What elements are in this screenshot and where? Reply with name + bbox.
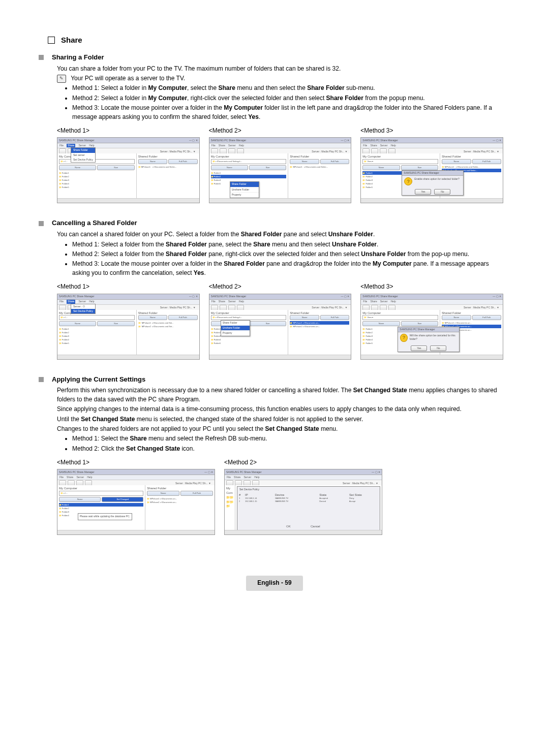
sharing-note: Your PC will operate as a server to the … [71, 75, 185, 82]
applying-method1: <Method 1> SAMSUNG PC Share Manager— ▢ ✕… [57, 458, 215, 535]
cancelling-methods-row: <Method 1> SAMSUNG PC Share Manager— ▢ ✕… [57, 282, 503, 359]
warning-icon: ? [404, 177, 412, 185]
sharing-method3: <Method 3> SAMSUNG PC Share Manager— ▢ ✕… [360, 127, 503, 203]
cancelling-bullets: Method 1: Select a folder from the Share… [57, 240, 503, 278]
accept-button[interactable]: Accept [349, 500, 378, 503]
sharing-title: Sharing a Folder [52, 53, 104, 62]
applying-method2: <Method 2> SAMSUNG PC Share Manager— ▢ ✕… [224, 458, 382, 535]
cancelling-method3: <Method 3> SAMSUNG PC Share Manager— ▢ ✕… [360, 282, 503, 359]
square-bullet-icon [39, 377, 44, 382]
no-button[interactable]: No [434, 189, 450, 195]
sharing-bullet-1: Method 1: Select a folder in My Computer… [72, 84, 503, 92]
method3-label: <Method 3> [360, 282, 503, 291]
sharing-method2: <Method 2> SAMSUNG PC Share Manager— ▢ ✕… [209, 127, 352, 203]
footer-text: English - 59 [246, 576, 302, 590]
subheading-cancelling: Cancelling a Shared Folder [48, 218, 503, 228]
screenshot-share-m2: SAMSUNG PC Share Manager— ▢ ✕ FileShareS… [209, 137, 352, 203]
applying-title: Applying the Current Settings [52, 375, 145, 385]
applying-p3: Until the Set Changed State menu is sele… [57, 415, 503, 424]
cancelling-title: Cancelling a Shared Folder [52, 218, 137, 228]
screenshot-apply-m2: SAMSUNG PC Share Manager— ▢ ✕ FileShareS… [224, 469, 382, 535]
applying-p2: Since applying changes to the internal d… [57, 405, 503, 414]
applying-bullet-1: Method 1: Select the Share menu and sele… [72, 434, 503, 443]
applying-p4: Changes to the shared folders are not ap… [57, 425, 503, 433]
square-bullet-icon [39, 55, 44, 60]
cancelling-bullet-3: Method 3: Locate the mouse pointer over … [72, 260, 503, 277]
screenshot-apply-m1: SAMSUNG PC Share Manager— ▢ ✕ FileShareS… [57, 469, 215, 535]
sharing-bullet-3: Method 3: Locate the mouse pointer over … [72, 104, 503, 121]
applying-subsection: Perform this when synchronization is nec… [57, 386, 503, 535]
ok-button[interactable]: OK [286, 524, 307, 529]
section-heading: Share [48, 35, 503, 46]
note-icon: ✎ [57, 75, 66, 83]
applying-methods-row: <Method 1> SAMSUNG PC Share Manager— ▢ ✕… [57, 458, 382, 535]
sharing-bullets: Method 1: Select a folder in My Computer… [57, 84, 503, 121]
cancelling-bullet-1: Method 1: Select a folder from the Share… [72, 240, 503, 249]
method1-label: <Method 1> [57, 282, 200, 291]
sharing-method1: <Method 1> SAMSUNG PC Share Manager— ▢ ✕… [57, 127, 200, 203]
method3-label: <Method 3> [360, 127, 503, 135]
method2-label: <Method 2> [209, 282, 352, 291]
cancel-button[interactable]: Cancel [311, 524, 331, 529]
sharing-note-row: ✎ Your PC will operate as a server to th… [57, 74, 503, 83]
subheading-sharing: Sharing a Folder [48, 53, 503, 62]
checkbox-icon [48, 37, 55, 44]
sharing-subsection: You can share a folder from your PC to t… [57, 65, 503, 204]
screenshot-cancel-m2: SAMSUNG PC Share Manager— ▢ ✕ FileShareS… [209, 294, 352, 360]
applying-bullet-2: Method 2: Click the Set Changed State ic… [72, 445, 503, 453]
screenshot-cancel-m3: SAMSUNG PC Share Manager— ▢ ✕ FileShareS… [360, 294, 503, 360]
subheading-applying: Applying the Current Settings [48, 375, 503, 385]
yes-button[interactable]: Yes [415, 189, 431, 195]
yes-button[interactable]: Yes [411, 345, 427, 351]
method1-label: <Method 1> [57, 127, 200, 135]
screenshot-share-m3: SAMSUNG PC Share Manager— ▢ ✕ FileShareS… [360, 137, 503, 203]
applying-p1: Perform this when synchronization is nec… [57, 386, 503, 404]
method2-label: <Method 2> [224, 458, 382, 467]
cancelling-subsection: You can cancel a shared folder on your P… [57, 230, 503, 359]
square-bullet-icon [39, 221, 44, 226]
cancelling-intro: You can cancel a shared folder on your P… [57, 230, 503, 239]
method2-label: <Method 2> [209, 127, 352, 135]
warning-icon: ? [400, 334, 407, 342]
cancelling-method2: <Method 2> SAMSUNG PC Share Manager— ▢ ✕… [209, 282, 352, 359]
sharing-bullet-2: Method 2: Select a folder in My Computer… [72, 94, 503, 103]
sharing-methods-row: <Method 1> SAMSUNG PC Share Manager— ▢ ✕… [57, 127, 503, 203]
share-heading-text: Share [61, 35, 82, 46]
cancelling-method1: <Method 1> SAMSUNG PC Share Manager— ▢ ✕… [57, 282, 200, 359]
page-footer: English - 59 [46, 576, 503, 590]
no-button[interactable]: No [430, 345, 446, 351]
sharing-intro: You can share a folder from your PC to t… [57, 65, 503, 73]
method1-label: <Method 1> [57, 458, 215, 467]
screenshot-cancel-m1: SAMSUNG PC Share Manager— ▢ ✕ FileShareS… [57, 294, 200, 360]
screenshot-share-m1: SAMSUNG PC Share Manager— ▢ ✕ File Share… [57, 137, 200, 203]
cancelling-bullet-2: Method 2: Select a folder from the Share… [72, 250, 503, 259]
applying-bullets: Method 1: Select the Share menu and sele… [57, 434, 503, 453]
